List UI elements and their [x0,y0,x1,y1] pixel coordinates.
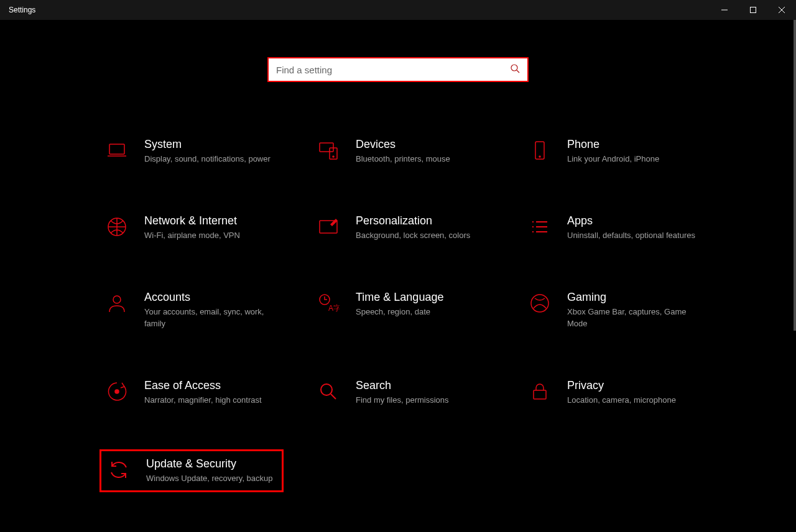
tile-title: Accounts [144,291,279,304]
tile-accounts[interactable]: Accounts Your accounts, email, sync, wor… [100,285,284,335]
tile-title: Time & Language [356,291,490,304]
tile-desc: Speech, region, date [356,306,490,318]
tile-desc: Background, lock screen, colors [356,230,490,241]
person-icon [104,291,129,316]
tile-network[interactable]: Network & Internet Wi-Fi, airplane mode,… [100,208,284,247]
tile-search[interactable]: Search Find my files, permissions [311,373,495,412]
tile-desc: Uninstall, defaults, optional features [567,230,701,241]
tile-title: Privacy [567,379,701,392]
tile-title: Devices [356,138,490,151]
window-controls [710,0,796,20]
svg-rect-3 [320,143,333,152]
magnifier-icon [316,379,341,404]
brush-icon [316,214,341,239]
tile-title: Network & Internet [144,214,279,227]
settings-grid: System Display, sound, notifications, po… [87,132,709,492]
devices-icon [316,138,341,163]
sync-icon [106,457,131,482]
tile-desc: Wi-Fi, airplane mode, VPN [144,230,279,241]
tile-apps[interactable]: Apps Uninstall, defaults, optional featu… [522,208,706,247]
xbox-icon [527,291,552,316]
tile-devices[interactable]: Devices Bluetooth, printers, mouse [311,132,495,171]
lock-icon [527,379,552,404]
svg-rect-16 [534,390,546,399]
tile-desc: Xbox Game Bar, captures, Game Mode [567,306,701,329]
search-container [0,57,796,82]
tile-desc: Windows Update, recovery, backup [146,473,277,484]
phone-icon [527,138,552,163]
minimize-button[interactable] [710,0,739,20]
svg-rect-0 [751,7,756,13]
scrollbar[interactable] [794,20,796,532]
tile-title: Personalization [356,214,490,227]
svg-point-7 [539,156,540,157]
tile-desc: Link your Android, iPhone [567,154,701,165]
tile-desc: Find my files, permissions [356,395,490,406]
tile-gaming[interactable]: Gaming Xbox Game Bar, captures, Game Mod… [522,285,706,335]
accessibility-icon [104,379,129,404]
search-box[interactable] [267,57,529,82]
svg-point-1 [511,65,517,71]
laptop-icon [104,138,129,163]
tile-desc: Bluetooth, printers, mouse [356,154,490,165]
tile-title: Search [356,379,490,392]
close-button[interactable] [767,0,796,20]
svg-point-5 [333,156,334,157]
tile-ease[interactable]: Ease of Access Narrator, magnifier, high… [100,373,284,412]
tile-title: Phone [567,138,701,151]
svg-point-13 [531,295,548,312]
globe-icon [104,214,129,239]
titlebar: Settings [0,0,796,20]
tile-update[interactable]: Update & Security Windows Update, recove… [100,449,284,492]
time-language-icon: A字 [316,291,341,316]
svg-point-14 [115,390,119,393]
svg-point-10 [113,296,121,303]
tile-time[interactable]: A字 Time & Language Speech, region, date [311,285,495,335]
svg-rect-2 [109,144,124,154]
tile-title: System [144,138,279,151]
search-input[interactable] [276,65,510,75]
tile-personalization[interactable]: Personalization Background, lock screen,… [311,208,495,247]
tile-title: Apps [567,214,701,227]
tile-desc: Your accounts, email, sync, work, family [144,306,279,329]
scrollbar-thumb[interactable] [794,20,796,331]
tile-system[interactable]: System Display, sound, notifications, po… [100,132,284,171]
svg-text:A字: A字 [328,304,340,313]
maximize-button[interactable] [739,0,767,20]
tile-desc: Location, camera, microphone [567,395,701,406]
window-title: Settings [9,6,35,14]
content-area: System Display, sound, notifications, po… [0,20,796,532]
tile-privacy[interactable]: Privacy Location, camera, microphone [522,373,706,412]
list-icon [527,214,552,239]
tile-title: Update & Security [146,457,277,470]
tile-phone[interactable]: Phone Link your Android, iPhone [522,132,706,171]
svg-point-15 [321,384,332,395]
search-icon [510,63,520,76]
tile-title: Ease of Access [144,379,279,392]
tile-title: Gaming [567,291,701,304]
tile-desc: Display, sound, notifications, power [144,154,279,165]
tile-desc: Narrator, magnifier, high contrast [144,395,279,406]
